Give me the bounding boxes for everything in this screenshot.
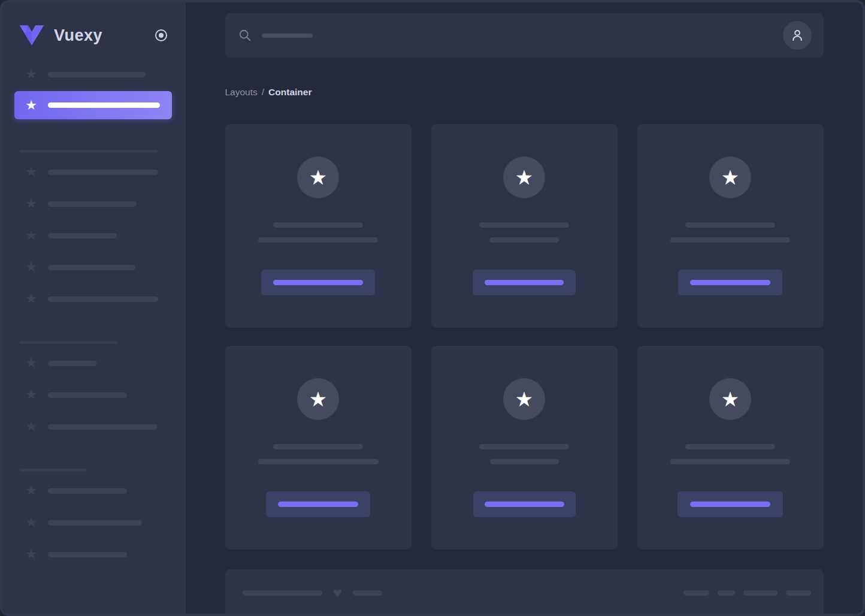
star-icon: ★ [24, 68, 38, 81]
card-text-skeleton [489, 237, 559, 243]
sidebar-item[interactable]: ★ [14, 63, 172, 86]
star-icon: ★ [24, 229, 38, 242]
star-icon: ★ [24, 516, 38, 529]
card-star-badge: ★ [297, 378, 339, 420]
card-button[interactable] [261, 270, 375, 295]
sidebar-item[interactable]: ★ [14, 543, 172, 566]
card-text-skeleton [670, 237, 790, 243]
sidebar-header: Vuexy [2, 2, 186, 48]
app-title: Vuexy [54, 26, 154, 45]
feature-card: ★ [637, 124, 824, 328]
card-title-skeleton [685, 444, 775, 449]
sidebar-item[interactable]: ★ [14, 192, 172, 215]
sidebar-item[interactable]: ★ [14, 511, 172, 534]
breadcrumb: Layouts / Container [225, 86, 824, 98]
star-icon: ★ [24, 548, 38, 561]
card-button[interactable] [678, 270, 782, 295]
star-icon: ★ [24, 292, 38, 306]
card-star-badge: ★ [503, 378, 545, 420]
feature-card: ★ [431, 346, 618, 549]
person-icon [790, 28, 805, 43]
menu-label-skeleton [48, 392, 127, 398]
card-button[interactable] [678, 491, 783, 517]
star-icon: ★ [24, 357, 38, 370]
vuexy-logo-icon [18, 24, 46, 47]
star-icon: ★ [24, 388, 38, 401]
menu-label-skeleton [48, 265, 135, 270]
footer-text-skeleton [353, 590, 382, 596]
button-label-skeleton [273, 280, 363, 285]
user-avatar[interactable] [783, 21, 812, 50]
heart-icon: ♥ [333, 585, 342, 600]
search-icon [238, 29, 252, 42]
footer-link-skeleton[interactable] [683, 590, 709, 596]
sidebar-item[interactable]: ★ [14, 288, 172, 310]
card-title-skeleton [685, 222, 775, 228]
star-icon: ★ [24, 261, 38, 274]
sidebar-menu: ★ ★ ★ ★ ★ ★ [2, 63, 186, 575]
card-text-skeleton [490, 459, 559, 464]
sidebar-item[interactable]: ★ [14, 224, 172, 247]
sidebar-item-active[interactable]: ★ [14, 91, 172, 119]
footer-link-skeleton[interactable] [718, 590, 735, 596]
card-star-badge: ★ [709, 156, 751, 198]
menu-label-skeleton [48, 102, 160, 108]
search-bar[interactable] [225, 13, 824, 58]
star-icon: ★ [24, 99, 38, 112]
menu-section-skeleton [20, 341, 117, 344]
menu-label-skeleton [48, 170, 158, 175]
menu-label-skeleton [48, 72, 146, 77]
footer: ♥ [225, 569, 824, 616]
card-title-skeleton [479, 222, 569, 228]
sidebar-item[interactable]: ★ [14, 384, 172, 406]
menu-label-skeleton [48, 361, 96, 366]
card-button[interactable] [473, 270, 576, 295]
footer-left-group: ♥ [243, 587, 382, 598]
feature-card: ★ [225, 346, 412, 549]
breadcrumb-section[interactable]: Layouts [225, 87, 258, 98]
star-icon: ★ [24, 484, 38, 497]
menu-label-skeleton [48, 233, 117, 238]
card-star-badge: ★ [503, 156, 545, 198]
star-icon: ★ [515, 389, 533, 409]
footer-text-skeleton [243, 590, 322, 596]
feature-card: ★ [225, 124, 412, 328]
star-icon: ★ [721, 167, 739, 188]
menu-section-skeleton [20, 469, 87, 472]
star-icon: ★ [721, 389, 739, 409]
star-icon: ★ [24, 420, 38, 433]
sidebar-item[interactable]: ★ [14, 352, 172, 375]
card-button[interactable] [473, 491, 576, 517]
card-button[interactable] [266, 491, 370, 517]
footer-right-group [683, 587, 811, 598]
star-icon: ★ [515, 167, 533, 188]
star-icon: ★ [24, 165, 38, 179]
sidebar-item[interactable]: ★ [14, 479, 172, 502]
sidebar-item[interactable]: ★ [14, 161, 172, 183]
menu-pin-toggle-icon[interactable] [154, 28, 168, 43]
card-title-skeleton [273, 444, 363, 449]
menu-label-skeleton [48, 552, 127, 557]
content-container: Layouts / Container ★ ★ [225, 2, 824, 616]
menu-label-skeleton [48, 297, 158, 302]
card-text-skeleton [258, 459, 379, 464]
star-icon: ★ [309, 389, 327, 409]
menu-label-skeleton [48, 424, 158, 430]
breadcrumb-current-page: Container [268, 87, 311, 98]
sidebar-item[interactable]: ★ [14, 256, 172, 279]
sidebar-item[interactable]: ★ [14, 415, 172, 438]
footer-link-skeleton[interactable] [743, 590, 778, 596]
card-title-skeleton [273, 222, 363, 228]
breadcrumb-divider: / [262, 87, 264, 98]
button-label-skeleton [690, 280, 770, 285]
button-label-skeleton [485, 280, 564, 285]
footer-link-skeleton[interactable] [786, 590, 811, 596]
sidebar: Vuexy ★ ★ ★ ★ [2, 2, 186, 614]
button-label-skeleton [690, 502, 770, 507]
star-icon: ★ [24, 197, 38, 210]
feature-card: ★ [637, 346, 824, 549]
menu-section-skeleton [20, 150, 158, 153]
card-title-skeleton [479, 444, 569, 449]
button-label-skeleton [485, 502, 564, 507]
menu-label-skeleton [48, 520, 142, 526]
